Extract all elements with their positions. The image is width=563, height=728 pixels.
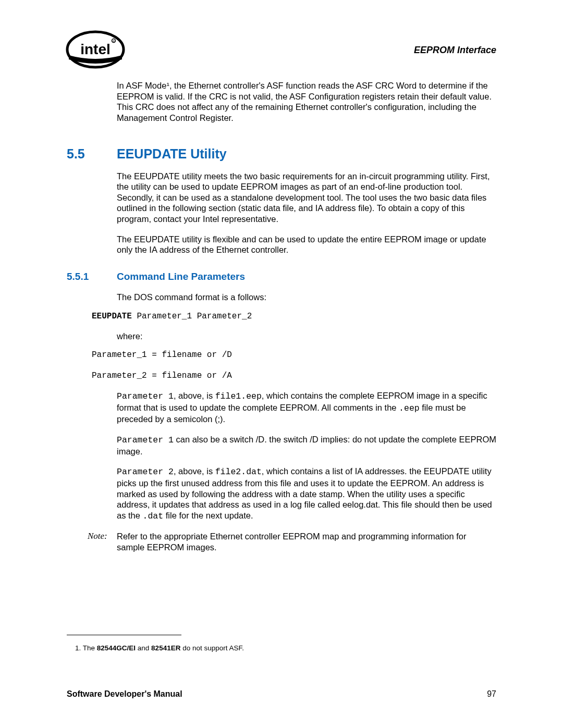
heading-5-5-1: 5.5.1 Command Line Parameters <box>67 271 496 282</box>
intel-logo: intel R <box>65 29 126 70</box>
inline-code: .eep <box>399 403 420 413</box>
paragraph: Parameter 1 can also be a switch /D. the… <box>117 434 496 456</box>
heading-number: 5.5 <box>67 146 117 162</box>
inline-code: Parameter 2 <box>117 467 174 477</box>
footnote: 1. The 82544GC/EI and 82541ER do not sup… <box>75 644 244 652</box>
paragraph: The DOS command format is a follows: <box>117 292 496 303</box>
header-section-title: EEPROM Interface <box>414 45 496 56</box>
note-label: Note: <box>88 531 117 552</box>
paragraph: where: <box>117 331 496 342</box>
inline-code: file1.eep <box>215 391 262 401</box>
svg-text:intel: intel <box>80 41 111 57</box>
inline-code: Parameter 1 <box>117 391 174 401</box>
svg-text:R: R <box>113 40 115 43</box>
inline-code: file2.dat <box>215 467 262 477</box>
paragraph: The EEUPDATE utility meets the two basic… <box>117 171 496 225</box>
footer-manual-title: Software Developer's Manual <box>67 689 182 699</box>
heading-title: Command Line Parameters <box>117 271 245 282</box>
paragraph: The EEUPDATE utility is flexible and can… <box>117 234 496 255</box>
code-line: Parameter_1 = filename or /D <box>92 350 232 360</box>
heading-5-5: 5.5 EEUPDATE Utility <box>67 146 496 162</box>
paragraph: Parameter 2, above, is file2.dat, which … <box>117 466 496 522</box>
footnote-rule <box>67 635 181 635</box>
intro-paragraph: In ASF Mode¹, the Ethernet controller's … <box>117 80 496 124</box>
paragraph: Parameter 1, above, is file1.eep, which … <box>117 390 496 425</box>
code-line: Parameter_2 = filename or /A <box>92 371 232 380</box>
heading-title: EEUPDATE Utility <box>117 146 227 162</box>
code-block: EEUPDATE Parameter_1 Parameter_2 <box>92 311 496 322</box>
page-header: intel R EEPROM Interface <box>67 29 496 71</box>
footer-page-number: 97 <box>487 689 496 699</box>
note-block: Note: Refer to the appropriate Ethernet … <box>67 531 496 552</box>
code-args: Parameter_1 Parameter_2 <box>132 312 252 321</box>
inline-code: Parameter 1 <box>117 435 174 445</box>
note-body: Refer to the appropriate Ethernet contro… <box>117 531 496 552</box>
page: intel R EEPROM Interface In ASF Mode¹, t… <box>0 0 563 728</box>
heading-number: 5.5.1 <box>67 271 117 282</box>
page-footer: Software Developer's Manual 97 <box>67 689 496 699</box>
inline-code: .dat <box>143 511 164 521</box>
code-command: EEUPDATE <box>92 312 132 321</box>
code-block: Parameter_1 = filename or /D Parameter_2… <box>92 350 496 381</box>
